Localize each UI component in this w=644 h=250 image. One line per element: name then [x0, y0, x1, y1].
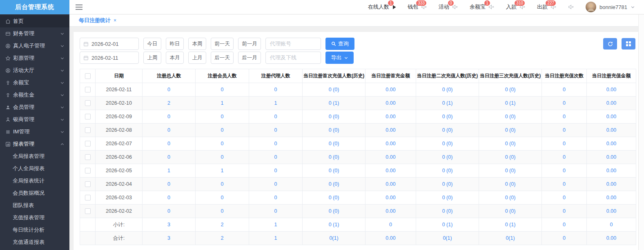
value-cell[interactable]: 0 (0)	[416, 205, 479, 218]
value-cell[interactable]: 0.00	[365, 83, 416, 97]
tab-daily-registration[interactable]: 每日注册统计 ×	[79, 17, 116, 24]
value-cell[interactable]: 0	[143, 191, 196, 205]
topbar-item-6[interactable]	[568, 4, 574, 10]
value-cell[interactable]: 0 (0)	[303, 178, 365, 191]
sidebar-item-3[interactable]: 彩票管理	[0, 52, 69, 64]
value-cell[interactable]: 0	[143, 178, 196, 191]
value-cell[interactable]: 0 (1)	[416, 97, 479, 110]
sidebar-subitem-4[interactable]: 团队报表	[0, 199, 69, 212]
value-cell[interactable]: 0	[249, 124, 303, 137]
value-cell[interactable]: 0 (0)	[416, 151, 479, 164]
value-cell[interactable]: 2	[143, 97, 196, 110]
agent-account-input[interactable]: 代理账号	[265, 38, 321, 50]
value-cell[interactable]: 0.00	[587, 178, 636, 191]
refresh-button[interactable]	[603, 38, 617, 50]
row-checkbox[interactable]	[85, 168, 91, 173]
value-cell[interactable]: 0 (1)	[303, 97, 365, 110]
tab-close-icon[interactable]: ×	[114, 18, 116, 23]
value-cell[interactable]: 0.00	[365, 191, 416, 205]
sidebar-subitem-1[interactable]: 个人全局报表	[0, 162, 69, 175]
quick-date-button-前一月[interactable]: 前一月	[238, 38, 261, 50]
select-all-checkbox[interactable]	[85, 73, 91, 79]
value-cell[interactable]: 0	[249, 137, 303, 151]
quick-date-button-今日[interactable]: 今日	[143, 38, 161, 50]
sidebar-item-2[interactable]: 真人电子管理	[0, 40, 69, 52]
sidebar-item-8[interactable]: 银商管理	[0, 113, 69, 126]
value-cell[interactable]: 0.00	[365, 178, 416, 191]
sidebar-subitem-7[interactable]: 充值通道报表	[0, 236, 69, 248]
topbar-item-1[interactable]: 钱包333	[408, 3, 427, 11]
column-settings-button[interactable]	[622, 38, 635, 50]
row-checkbox[interactable]	[85, 154, 91, 160]
value-cell[interactable]: 0 (0)	[303, 205, 365, 218]
value-cell[interactable]: 0 (0)	[303, 191, 365, 205]
value-cell[interactable]: 0.00	[365, 137, 416, 151]
sidebar-subitem-5[interactable]: 充值报表管理	[0, 212, 69, 224]
quick-date-button-后一天[interactable]: 后一天	[211, 52, 234, 64]
value-cell[interactable]: 0.00	[365, 205, 416, 218]
value-cell[interactable]: 0.00	[587, 137, 636, 151]
value-cell[interactable]: 0.00	[365, 164, 416, 178]
value-cell[interactable]: 0 (0)	[479, 164, 542, 178]
export-button[interactable]: 导出	[325, 52, 354, 64]
value-cell[interactable]: 0 (0)	[416, 110, 479, 124]
play-icon[interactable]	[392, 5, 396, 9]
value-cell[interactable]: 0	[249, 151, 303, 164]
value-cell[interactable]: 0 (0)	[479, 151, 542, 164]
quick-date-button-上月[interactable]: 上月	[188, 52, 206, 64]
value-cell[interactable]: 0 (0)	[479, 191, 542, 205]
value-cell[interactable]: 0	[196, 83, 249, 97]
sidebar-item-0[interactable]: 首页	[0, 15, 69, 27]
value-cell[interactable]: 1	[249, 97, 303, 110]
row-checkbox[interactable]	[85, 208, 91, 214]
value-cell[interactable]: 0.00	[365, 151, 416, 164]
sidebar-subitem-0[interactable]: 全局报表管理	[0, 150, 69, 162]
vertical-scrollbar[interactable]	[638, 15, 644, 250]
sidebar-subitem-6[interactable]: 每日统计分析	[0, 224, 69, 236]
quick-date-button-前一天[interactable]: 前一天	[211, 38, 234, 50]
quick-date-button-后一月[interactable]: 后一月	[238, 52, 261, 64]
value-cell[interactable]: 0	[249, 205, 303, 218]
user-menu[interactable]: bonnie7781	[586, 2, 635, 12]
value-cell[interactable]: 0.00	[365, 124, 416, 137]
topbar-item-2[interactable]: 活动0	[439, 3, 458, 11]
value-cell[interactable]: 0	[196, 124, 249, 137]
value-cell[interactable]: 0	[143, 151, 196, 164]
value-cell[interactable]: 0 (0)	[303, 137, 365, 151]
value-cell[interactable]: 0 (0)	[479, 83, 542, 97]
quick-date-button-昨日[interactable]: 昨日	[166, 38, 184, 50]
value-cell[interactable]: 0	[143, 124, 196, 137]
value-cell[interactable]: 0	[196, 178, 249, 191]
value-cell[interactable]: 0.00	[587, 83, 636, 97]
speaker-mute-icon[interactable]	[568, 4, 574, 10]
value-cell[interactable]: 0.00	[587, 124, 636, 137]
value-cell[interactable]: 0.00	[587, 164, 636, 178]
value-cell[interactable]: 0 (0)	[479, 110, 542, 124]
value-cell[interactable]: 0	[196, 137, 249, 151]
sidebar-item-1[interactable]: 财务管理	[0, 27, 69, 40]
value-cell[interactable]: 0	[542, 205, 587, 218]
value-cell[interactable]: 0	[542, 137, 587, 151]
date-to-input[interactable]: 2026-02-11	[80, 52, 139, 64]
row-checkbox[interactable]	[85, 141, 91, 146]
row-checkbox[interactable]	[85, 181, 91, 187]
sidebar-item-7[interactable]: 会员管理	[0, 101, 69, 113]
value-cell[interactable]: 0 (0)	[303, 151, 365, 164]
value-cell[interactable]: 0	[249, 178, 303, 191]
value-cell[interactable]: 1	[196, 97, 249, 110]
row-checkbox[interactable]	[85, 127, 91, 133]
value-cell[interactable]: 0	[249, 191, 303, 205]
value-cell[interactable]: 0	[542, 110, 587, 124]
value-cell[interactable]: 0.00	[587, 97, 636, 110]
value-cell[interactable]: 0	[143, 110, 196, 124]
value-cell[interactable]: 0	[143, 205, 196, 218]
row-checkbox[interactable]	[85, 114, 91, 119]
sidebar-item-6[interactable]: 余额生金	[0, 89, 69, 101]
value-cell[interactable]: 0 (0)	[303, 164, 365, 178]
sidebar-item-5[interactable]: 余额宝	[0, 77, 69, 89]
value-cell[interactable]: 0	[143, 137, 196, 151]
value-cell[interactable]: 0	[542, 191, 587, 205]
value-cell[interactable]: 0	[542, 124, 587, 137]
search-button[interactable]: 查询	[325, 38, 354, 50]
value-cell[interactable]: 0	[542, 83, 587, 97]
